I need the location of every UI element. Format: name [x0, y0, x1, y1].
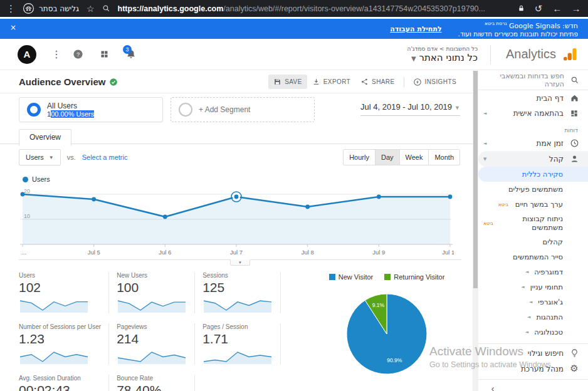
forward-button[interactable]: →: [570, 3, 582, 14]
scrollbar[interactable]: [473, 71, 478, 391]
pie-legend-item[interactable]: Returning Visitor: [384, 273, 444, 281]
sidebar-item[interactable]: טכנולוגיה◄: [478, 325, 588, 340]
sidebar-item-label: סקירה כללית: [522, 170, 563, 179]
svg-text:9.1%: 9.1%: [372, 302, 385, 308]
chevron-down-icon: ▼: [411, 55, 416, 62]
stat-value: 1.23: [19, 331, 101, 347]
chart-collapse-tab[interactable]: ▼: [230, 259, 250, 266]
sidebar-search-placeholder: חפש בדוחות ובמשאבי העזרה: [487, 72, 564, 88]
stat-card[interactable]: Bounce Rate78.40%: [117, 375, 195, 391]
export-button[interactable]: EXPORT: [307, 75, 355, 89]
save-button[interactable]: SAVE: [268, 75, 307, 89]
search-icon: [570, 76, 579, 85]
sidebar-item[interactable]: ניתוח קבוצות משתמשיםביטא: [478, 212, 588, 234]
sidebar-item[interactable]: קהלים: [478, 234, 588, 249]
insights-label: INSIGHTS: [425, 78, 456, 85]
notifications-bell-icon[interactable]: 3: [125, 49, 137, 60]
avatar[interactable]: A: [18, 45, 36, 64]
header-menu-icon[interactable]: ⋮: [51, 48, 61, 60]
stat-label: New Users: [117, 272, 187, 279]
series-legend-label: Users: [32, 175, 50, 183]
sidebar-item-label: קהלים: [543, 237, 563, 246]
browser-menu-icon[interactable]: ⋮: [6, 3, 15, 14]
granularity-hourly[interactable]: Hourly: [344, 150, 375, 165]
sidebar-search[interactable]: חפש בדוחות ובמשאבי העזרה: [478, 71, 588, 90]
banner-close-icon[interactable]: ×: [10, 23, 16, 32]
sidebar-item[interactable]: דמוגרפיה◄: [478, 264, 588, 279]
sidebar-item[interactable]: ג'אוגרפי◄: [478, 295, 588, 310]
chart-bottom-rule: ▼: [19, 259, 461, 267]
insights-button[interactable]: INSIGHTS: [408, 75, 461, 90]
sidebar-item[interactable]: תחומי עניין◄: [478, 279, 588, 295]
metric-label: Users: [26, 154, 44, 161]
sidebar-item[interactable]: בהתאמה אישית◄: [478, 106, 588, 121]
sidebar-item[interactable]: דף הבית: [478, 90, 588, 106]
breadcrumb[interactable]: כל החשבונות > אדם סמדג'ה כל נתוני האתר ▼: [407, 46, 478, 63]
select-metric-link[interactable]: Select a metric: [82, 154, 128, 161]
address-search-icon[interactable]: [102, 4, 110, 13]
stat-card[interactable]: Users102: [19, 272, 109, 313]
stat-value: 100: [117, 280, 187, 295]
scrollbar-thumb[interactable]: [473, 71, 478, 288]
sidebar-item[interactable]: קהל▼: [478, 151, 588, 167]
banner-get-started-link[interactable]: לתחילת העבודה: [390, 25, 441, 33]
svg-text:...: ...: [21, 249, 26, 256]
lock-icon: [517, 4, 525, 13]
share-button[interactable]: SHARE: [355, 75, 399, 89]
tab-overview[interactable]: Overview: [19, 129, 71, 146]
segment-all-users[interactable]: All Users 100.00% Users: [19, 97, 163, 122]
stat-sparkline: [19, 348, 89, 365]
chart-legend: Users: [0, 170, 473, 184]
gear-icon: ⚙: [569, 364, 579, 373]
stat-sparkline: [202, 297, 273, 313]
visitor-pie-chart[interactable]: 90.9%9.1%: [340, 287, 434, 381]
sidebar-item[interactable]: ⚙מנהל מערכת: [478, 361, 588, 377]
empty-ring-icon: [179, 103, 192, 117]
reload-button[interactable]: ↺: [533, 3, 544, 14]
help-icon[interactable]: ?: [73, 49, 83, 60]
stat-card[interactable]: New Users100: [117, 272, 195, 313]
nav-sidebar: חפש בדוחות ובמשאבי העזרה דף הביתבהתאמה א…: [478, 71, 588, 391]
bookmark-star-icon[interactable]: ☆: [87, 4, 95, 14]
granularity-month[interactable]: Month: [428, 150, 459, 165]
sidebar-item-label: התנהגות: [536, 313, 563, 321]
apps-grid-icon[interactable]: [100, 50, 109, 59]
sidebar-item[interactable]: זמן אמת◄: [478, 135, 588, 151]
metric-dropdown[interactable]: Users ▼: [19, 149, 61, 165]
sidebar-item[interactable]: סייר המשתמשים: [478, 249, 588, 264]
stat-card[interactable]: Number of Sessions per User1.23: [19, 323, 109, 365]
granularity-week[interactable]: Week: [399, 150, 429, 165]
timeseries-chart[interactable]: 1020...Jul 5Jul 6Jul 7Jul 8Jul 9Jul 10: [19, 184, 461, 259]
tabs-row: Overview: [0, 128, 473, 144]
sidebar-item[interactable]: התנהגות◄: [478, 310, 588, 325]
sidebar-item[interactable]: סקירה כללית: [478, 167, 588, 182]
date-range-picker[interactable]: Jul 4, 2019 - Jul 10, 2019▼: [360, 100, 460, 116]
svg-text:90.9%: 90.9%: [387, 357, 402, 363]
sidebar-item[interactable]: חיפוש וגילוי: [478, 345, 588, 361]
address-bar[interactable]: https://analytics.google.com/analytics/w…: [118, 4, 510, 13]
stat-label: Pageviews: [117, 323, 187, 330]
pie-legend-item[interactable]: New Visitor: [329, 273, 373, 281]
stat-card[interactable]: Pageviews214: [117, 323, 195, 365]
svg-text:Jul 6: Jul 6: [159, 249, 171, 256]
granularity-day[interactable]: Day: [375, 150, 399, 165]
url-path: /analytics/web/#/report/visitors-overvie…: [223, 4, 485, 13]
stat-value: 125: [202, 280, 273, 295]
legend-swatch-icon: [384, 274, 391, 280]
add-segment-button[interactable]: + Add Segment: [171, 97, 315, 122]
add-segment-label: + Add Segment: [199, 105, 250, 114]
svg-text:Jul 5: Jul 5: [88, 249, 100, 256]
stat-card[interactable]: Pages / Session1.71: [202, 323, 281, 365]
collapse-sidebar-icon[interactable]: ›: [491, 383, 495, 391]
clock-icon: [569, 138, 579, 148]
back-button[interactable]: ←: [552, 3, 563, 14]
sidebar-section-label: דוחות: [478, 121, 588, 135]
sidebar-item[interactable]: ערך במשך חייםביטא: [478, 197, 588, 212]
beta-badge: ביטא: [498, 202, 508, 207]
sidebar-item[interactable]: משתמשים פעילים: [478, 182, 588, 197]
stats-grid: Users102New Users100Sessions125Number of…: [19, 272, 288, 391]
summary-stats-row: Users102New Users100Sessions125Number of…: [0, 267, 473, 391]
stat-card[interactable]: Avg. Session Duration00:02:43: [19, 375, 109, 391]
stat-value: 78.40%: [117, 383, 187, 391]
stat-card[interactable]: Sessions125: [202, 272, 281, 313]
